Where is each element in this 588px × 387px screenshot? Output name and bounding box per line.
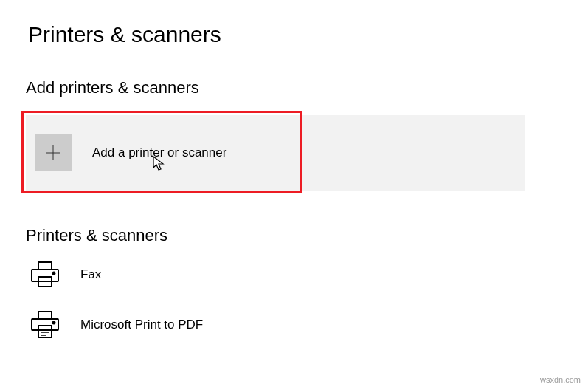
page-title: Printers & scanners [0, 0, 588, 47]
svg-rect-2 [38, 262, 52, 270]
add-printer-button[interactable]: Add a printer or scanner [26, 115, 525, 191]
svg-point-5 [53, 273, 55, 275]
add-section-title: Add printers & scanners [0, 47, 588, 97]
printers-section-title: Printers & scanners [0, 191, 588, 245]
device-label: Microsoft Print to PDF [80, 318, 203, 332]
svg-rect-7 [32, 319, 58, 330]
device-item-print-to-pdf[interactable]: Microsoft Print to PDF [0, 291, 588, 341]
svg-rect-3 [32, 270, 58, 281]
watermark: wsxdn.com [540, 375, 581, 384]
printer-icon [29, 309, 61, 341]
plus-icon [35, 134, 72, 171]
device-label: Fax [80, 267, 101, 282]
svg-point-12 [53, 322, 55, 324]
svg-rect-6 [38, 312, 52, 319]
add-printer-label: Add a printer or scanner [92, 145, 226, 160]
add-printer-container: Add a printer or scanner [26, 115, 525, 191]
printer-icon [29, 258, 61, 291]
device-item-fax[interactable]: Fax [0, 245, 588, 291]
